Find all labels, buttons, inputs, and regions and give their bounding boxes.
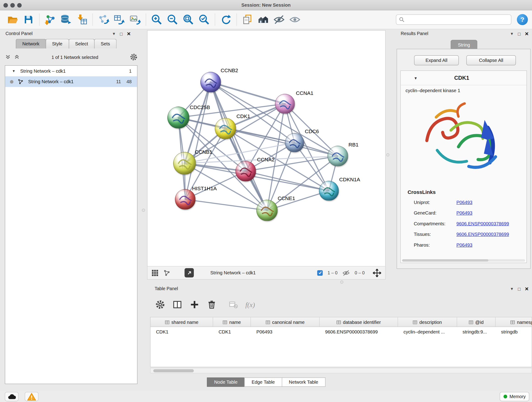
network-node-cdc6[interactable]: [285, 133, 304, 153]
crosslink-link[interactable]: 9606.ENSP00000378699: [456, 232, 509, 237]
column-header-database-identifier[interactable]: database identifier: [320, 317, 398, 327]
node-label-ccna1: CCNA1: [296, 90, 313, 96]
add-column-icon[interactable]: [190, 300, 199, 309]
selected-nodes-checkbox[interactable]: [317, 270, 323, 275]
memory-button[interactable]: Memory: [500, 392, 529, 401]
birdseye-grid-icon[interactable]: [152, 269, 158, 276]
warnings-button[interactable]: [25, 392, 38, 401]
crosslink-link[interactable]: P06493: [456, 242, 472, 248]
crosslink-label: Tissues:: [414, 232, 456, 237]
import-network-button[interactable]: [42, 12, 58, 27]
column-header-description[interactable]: description: [398, 317, 457, 327]
zoom-selected-button[interactable]: [196, 12, 212, 27]
crosslink-link[interactable]: P06493: [456, 200, 472, 205]
bottom-splitter-handle[interactable]: [340, 281, 343, 284]
network-node-cdc25b[interactable]: [167, 107, 190, 128]
right-splitter-handle[interactable]: [386, 153, 389, 157]
table-horizontal-scrollbar[interactable]: [150, 368, 532, 373]
network-node-cdk1[interactable]: [215, 118, 236, 139]
expand-all-button[interactable]: Expand All: [414, 56, 459, 65]
network-node-ccna1[interactable]: [275, 94, 295, 114]
collapse-all-button[interactable]: Collapse All: [467, 56, 516, 65]
column-header-namespace[interactable]: namespace: [496, 317, 532, 327]
close-window-button[interactable]: [3, 3, 8, 8]
tab-style[interactable]: Style: [46, 39, 69, 49]
control-panel-title: Control Panel: [6, 31, 32, 36]
network-node-cdkn1a[interactable]: [319, 181, 339, 201]
network-options-gear-icon[interactable]: [130, 53, 138, 61]
zoom-in-button[interactable]: [149, 12, 165, 27]
network-node-hist1h1a[interactable]: [175, 189, 196, 210]
network-node-ccne1[interactable]: [256, 200, 278, 221]
tab-sets[interactable]: Sets: [94, 39, 117, 49]
results-tab-string[interactable]: String: [451, 40, 477, 49]
zoom-fit-button[interactable]: [181, 12, 196, 27]
import-network-from-database-button[interactable]: [58, 12, 74, 27]
pan-crosshair-icon[interactable]: [373, 269, 381, 277]
table-row[interactable]: CDK1CDK1P064939606.ENSP00000378699cyclin…: [151, 327, 532, 337]
delete-column-trash-icon[interactable]: [207, 300, 216, 309]
network-node-rb1[interactable]: [328, 146, 348, 166]
column-header-name[interactable]: name: [213, 317, 251, 327]
show-all-button[interactable]: [287, 12, 303, 27]
expand-all-icon[interactable]: [14, 54, 20, 60]
hide-selected-button[interactable]: [271, 12, 287, 27]
neighborhood-button[interactable]: [255, 12, 271, 27]
column-header-shared-name[interactable]: shared name: [151, 317, 213, 327]
tab-select[interactable]: Select: [69, 39, 94, 49]
crosslink-link[interactable]: 9606.ENSP00000378699: [456, 221, 509, 226]
import-table-button[interactable]: [74, 12, 90, 27]
search-field[interactable]: [396, 14, 511, 25]
zoom-window-button[interactable]: [17, 3, 22, 8]
panel-menu-icon[interactable]: ▼: [510, 32, 514, 36]
protein-card-header[interactable]: ▼ CDK1: [401, 71, 526, 85]
results-scrollbar[interactable]: [402, 259, 525, 262]
float-panel-icon[interactable]: □: [518, 286, 520, 292]
network-status-dot: [10, 80, 13, 83]
collapse-all-icon[interactable]: [5, 54, 11, 60]
network-node-ccnb2[interactable]: [201, 72, 221, 93]
float-panel-icon[interactable]: □: [518, 31, 520, 36]
tab-node-table[interactable]: Node Table: [207, 377, 245, 387]
minimize-window-button[interactable]: [10, 3, 15, 8]
tab-edge-table[interactable]: Edge Table: [244, 377, 282, 387]
table-options-gear-icon[interactable]: [155, 300, 165, 309]
close-panel-icon[interactable]: ✕: [127, 31, 131, 36]
left-splitter-handle[interactable]: [142, 209, 145, 212]
export-image-button[interactable]: [127, 12, 143, 27]
export-network-button[interactable]: [95, 12, 111, 27]
close-panel-icon[interactable]: ✕: [525, 31, 529, 36]
network-export-icon: [98, 14, 109, 26]
column-header-canonical-name[interactable]: canonical name: [251, 317, 320, 327]
function-builder-button[interactable]: f(x): [245, 301, 255, 309]
panel-menu-icon[interactable]: ▼: [510, 287, 514, 291]
crosslink-link[interactable]: P06493: [456, 211, 472, 216]
network-node-ccna2[interactable]: [235, 161, 256, 182]
tab-network-table[interactable]: Network Table: [282, 377, 325, 387]
collection-expander-icon[interactable]: ▼: [12, 69, 16, 73]
network-node-ccnb1[interactable]: [173, 152, 196, 175]
tab-network[interactable]: Network: [16, 39, 46, 49]
protein-expander-icon[interactable]: ▼: [414, 76, 418, 80]
panel-menu-icon[interactable]: ▼: [112, 32, 116, 36]
export-table-button[interactable]: [111, 12, 127, 27]
collection-count: 1: [129, 69, 132, 74]
clone-network-button[interactable]: [240, 12, 255, 27]
close-panel-icon[interactable]: ✕: [525, 286, 529, 292]
network-collection-row[interactable]: ▼ String Network – cdk1 1: [5, 66, 137, 77]
open-in-new-button[interactable]: [185, 268, 194, 278]
cloud-status-button[interactable]: [5, 392, 19, 401]
network-canvas[interactable]: CCNB2CCNA1CDC25BCDK1CDC6RB1CCNB1CCNA2CDK…: [147, 30, 386, 267]
help-button[interactable]: ?: [517, 14, 528, 25]
view-share-icon[interactable]: [163, 269, 170, 276]
float-panel-icon[interactable]: □: [120, 31, 123, 36]
save-session-button[interactable]: [21, 12, 36, 27]
network-row-selected[interactable]: String Network – cdk1 11 48: [5, 76, 137, 87]
search-input[interactable]: [405, 17, 508, 22]
column-header--id[interactable]: @id: [457, 317, 496, 327]
scrollbar-thumb[interactable]: [153, 369, 194, 372]
apply-layout-button[interactable]: [218, 12, 234, 27]
zoom-out-button[interactable]: [165, 12, 181, 27]
show-columns-icon[interactable]: [172, 300, 182, 309]
open-session-button[interactable]: [5, 12, 21, 27]
